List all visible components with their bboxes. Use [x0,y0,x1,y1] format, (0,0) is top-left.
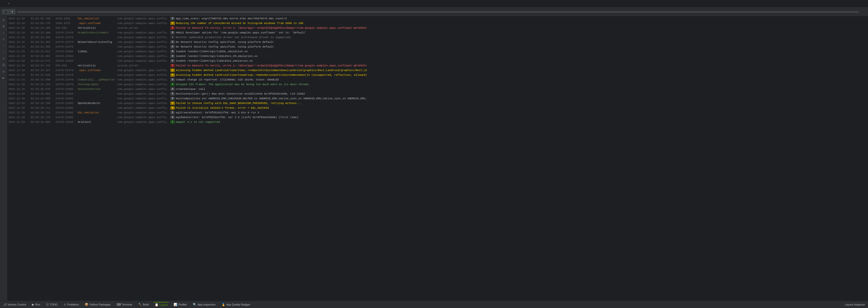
status-item-profiler[interactable]: 📊 Profiler [173,302,188,307]
log-package: com.google.samples.apps.sunflower [117,111,169,115]
status-item-app-quality-badges[interactable]: 🏅 App Quality Badges [221,302,251,307]
status-item-logcat[interactable]: 📋 Logcat [154,302,168,307]
log-pid: 546-603 [56,26,78,30]
log-tag: Compatibil...geReporter [78,78,117,82]
log-level-badge: V [170,36,175,39]
logcat-label: Logcat [159,303,167,306]
log-tag: HostConnection [78,87,117,91]
table-row[interactable]: 2022-12-29 02:02:26.709 22470-22582 Open… [7,101,868,106]
format-icon[interactable]: ≡ [1,56,6,61]
log-message: mapper 4.x is not supported [176,120,867,124]
log-time: 02:02:26.699 [31,96,56,101]
more-icon[interactable] [864,11,866,12]
table-row[interactable]: 2022-12-29 02:02:23.400 22470-22470 com.… [7,35,868,40]
log-message: Neither updatable production driver nor … [176,35,867,40]
table-row[interactable]: 2022-12-29 02:02:23.400 22470-22470 Grap… [7,30,868,35]
status-item-build[interactable]: 🔨 Build [137,302,150,307]
log-package: com.google.samples.apps.sunflower [117,92,169,96]
log-pid: 22470-22470 [56,40,78,44]
status-item-run[interactable]: ▶ Run [31,302,41,307]
video-icon[interactable]: ▶ [1,75,6,81]
table-row[interactable]: 2022-12-29 02:02:24.328 22470-22470 com.… [7,73,868,78]
log-level-badge: D [170,97,175,100]
log-time: 01:01:55.790 [31,16,56,21]
table-row[interactable]: 2022-12-29 02:02:26.579 22470-22582 Host… [7,87,868,92]
status-bar: ⎇ Version Control ▶ Run ☑ TODO ⚠ Problem… [0,301,868,308]
log-message: Accessing hidden method Landroid/view/Vi… [176,68,867,72]
import-icon[interactable]: ⬇ [1,37,6,42]
device-selector[interactable]: 📱 ▾ [2,9,16,14]
log-date: 2022-12-29 [8,120,31,124]
table-row[interactable]: 2022-12-29 02:02:26.711 22470-22582 com.… [7,106,868,111]
status-item-python-packages[interactable]: 📦 Python Packages [84,302,112,307]
status-item-todo[interactable]: ☑ TODO [45,302,59,307]
log-tag: VerityUtils [78,26,117,30]
table-row[interactable]: 2022-12-29 02:02:26.803 22470-22582 Gral… [7,120,868,125]
log-level-badge: D [170,111,175,114]
logcat-tab[interactable]: ✕ [4,1,12,6]
table-row[interactable]: 2022-12-29 02:02:23.400 22470-22470 com.… [7,44,868,49]
log-pid: 22470-22582 [56,115,78,120]
log-message: Failed to measure fs-verity, errno 1: /d… [176,26,867,30]
log-pid: 22470-22582 [56,87,78,91]
expand-icon[interactable] [861,11,863,12]
table-row[interactable]: 2022-12-29 02:02:23.402 22470-22470 Netw… [7,40,868,44]
log-level-badge: D [170,17,175,20]
status-item-layout-inspector[interactable]: Layout Inspector [844,303,866,307]
log-tag: Gralloc4 [78,120,117,124]
table-row[interactable]: 2022-12-29 02:02:23.199 546-603 VerityUt… [7,26,868,30]
log-time: 02:02:26.155 [31,82,56,87]
log-level-badge: D [170,78,175,82]
log-pid: 22470-22584 [56,49,78,54]
table-row[interactable]: 2022-12-29 01:01:55.790 1639-1855 EGL_em… [7,16,868,21]
table-row[interactable]: 2022-12-29 02:02:23.673 22470-22584 com.… [7,59,868,63]
log-level-badge: W [170,22,175,25]
status-item-version-control[interactable]: ⎇ Version Control [2,302,27,307]
table-row[interactable]: 2022-12-29 02:02:23.743 546-603 VerityUt… [7,63,868,68]
table-row[interactable]: 2022-12-29 02:02:23.664 22470-22584 com.… [7,54,868,59]
log-scroll[interactable]: 2022-12-29 01:01:55.790 1639-1855 EGL_em… [7,16,868,301]
lines-icon[interactable]: ☰ [1,62,6,68]
log-level-badge: W [170,73,175,77]
pause-icon[interactable]: ⏸ [1,24,6,29]
down-icon[interactable]: ↓ [1,50,6,55]
table-row[interactable]: 2022-12-29 02:02:26.584 22470-22582 com.… [7,92,868,96]
log-pid: 22470-22582 [56,92,78,96]
toolbar-actions [861,11,866,12]
table-row[interactable]: 2022-12-29 02:02:26.713 22470-22582 EGL_… [7,111,868,115]
log-package: com.google.samples.apps.sunflower [117,101,169,105]
status-item-terminal[interactable]: ⌨ Terminal [116,302,133,307]
app-inspection-label: App Inspection [197,303,216,306]
log-pid: 22470-22582 [56,120,78,124]
table-row[interactable]: 2022-12-29 02:02:26.699 22470-22582 com.… [7,96,868,101]
log-time: 01:01:04.770 [31,21,56,26]
status-item-problems[interactable]: ⚠ Problems [63,302,80,307]
log-message: Failed to initialize 101010-2 format, er… [176,106,867,110]
table-row[interactable]: 2022-12-29 02:02:26.155 22470-22470 Chor… [7,82,868,87]
toolbar: 📱 ▾ [0,7,868,16]
terminal-label: Terminal [122,303,132,306]
log-time: 02:02:26.584 [31,92,56,96]
log-tag: .apps.sunflowe [78,21,117,26]
terminal-icon: ⌨ [117,303,121,306]
tab-close-icon[interactable]: ✕ [8,2,10,5]
scroll-icon[interactable]: ↕ [1,30,6,36]
clear-icon[interactable]: ⊘ [1,17,6,23]
camera-icon[interactable]: ◎ [1,69,6,74]
log-time: 02:02:26.711 [31,106,56,110]
up-icon[interactable]: ↑ [1,43,6,49]
filter-bar[interactable] [17,11,859,12]
log-date: 2022-12-29 [8,30,31,35]
table-row[interactable]: 2022-12-29 02:02:23.621 22470-22584 libE… [7,49,868,54]
status-item-app-inspection[interactable]: 🔍 App Inspection [192,302,217,307]
table-row[interactable]: 2022-12-29 01:01:04.770 1639-1675 .apps.… [7,21,868,26]
log-date: 2022-12-29 [8,68,31,72]
table-row[interactable]: 2022-12-29 02:02:24.327 22470-22470 .app… [7,68,868,73]
log-date: 2022-12-29 [8,26,31,30]
log-tag: GraphicsEnvironment [78,30,117,35]
log-date: 2022-12-29 [8,16,31,21]
log-time: 02:02:24.328 [31,73,56,77]
table-row[interactable]: 2022-12-29 02:02:25.690 22470-22470 Comp… [7,78,868,82]
layout-inspector-label: Layout Inspector [845,303,865,306]
table-row[interactable]: 2022-12-29 02:02:26.715 22470-22582 com.… [7,115,868,120]
